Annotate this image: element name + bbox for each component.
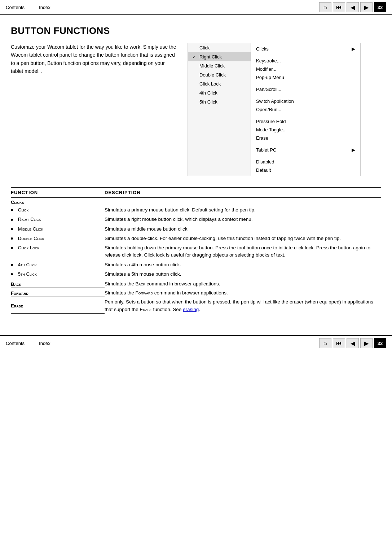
index-link[interactable]: Index xyxy=(39,5,50,10)
row-4th-click: 4th Click Simulates a 4th mouse button c… xyxy=(11,260,381,270)
contents-link[interactable]: Contents xyxy=(6,5,25,10)
panel-right-erase-label: Erase xyxy=(256,135,268,141)
panel-right-popup-menu[interactable]: Pop-up Menu xyxy=(251,73,360,82)
main-content: BUTTON FUNCTIONS Customize your Wacom ta… xyxy=(0,15,392,321)
tablet-pc-arrow-icon: ▶ xyxy=(352,147,355,153)
bullet-icon xyxy=(11,228,13,230)
check-mark: ✓ xyxy=(192,54,197,60)
back-section: Back Simulates the Back command in brows… xyxy=(11,279,381,288)
nav-icons: ⌂ ⏮ ◀ ▶ 32 xyxy=(319,2,386,12)
bottom-page-number: 32 xyxy=(374,338,386,348)
bottom-next-page-button[interactable]: ▶ xyxy=(360,338,373,348)
desc-forward: Simulates the Forward command in browser… xyxy=(105,288,381,297)
next-page-button[interactable]: ▶ xyxy=(360,2,373,12)
bullet-icon xyxy=(11,247,13,249)
panel-right-mode-toggle-label: Mode Toggle... xyxy=(256,127,287,132)
bullet-icon xyxy=(11,219,13,221)
top-navigation: Contents Index ⌂ ⏮ ◀ ▶ 32 xyxy=(0,0,392,15)
panel-divider5 xyxy=(251,142,360,146)
panel-right-pressure-hold-label: Pressure Hold xyxy=(256,119,286,124)
bottom-contents-link[interactable]: Contents xyxy=(6,341,25,346)
check-empty5 xyxy=(192,91,197,96)
func-click: Click xyxy=(11,205,105,215)
forward-smallcap: Forward xyxy=(136,290,153,296)
panel-right-modifier-label: Modifier... xyxy=(256,66,276,72)
desc-4th-click: Simulates a 4th mouse button click. xyxy=(105,260,381,270)
bottom-home-button[interactable]: ⌂ xyxy=(319,338,331,348)
erasing-link[interactable]: erasing xyxy=(183,307,199,312)
panel-right-clicks[interactable]: Clicks ▶ xyxy=(251,45,360,53)
panel-right-pan-scroll[interactable]: Pan/Scroll... xyxy=(251,85,360,93)
func-middle-click: Middle Click xyxy=(11,224,105,234)
panel-item-double-click[interactable]: Double Click xyxy=(188,70,251,79)
panel-item-click-lock[interactable]: Click Lock xyxy=(188,79,251,88)
bottom-nav-icons: ⌂ ⏮ ◀ ▶ 32 xyxy=(319,338,386,348)
row-middle-click: Middle Click Simulates a middle mouse bu… xyxy=(11,224,381,234)
panel-divider1 xyxy=(251,53,360,57)
row-right-click: Right Click Simulates a right mouse butt… xyxy=(11,215,381,224)
panel-right-modifier[interactable]: Modifier... xyxy=(251,65,360,73)
col-description-header: DESCRIPTION xyxy=(105,187,381,198)
bottom-prev-page-button[interactable]: ◀ xyxy=(347,338,359,348)
panel-item-5th-click[interactable]: 5th Click xyxy=(188,97,251,106)
check-empty2 xyxy=(192,64,197,69)
panel-right-erase[interactable]: Erase xyxy=(251,134,360,142)
erase-smallcap: Erase xyxy=(140,307,152,312)
clicks-section-label: Clicks xyxy=(11,198,381,205)
panel-item-click-lock-label: Click Lock xyxy=(199,81,221,87)
panel-right-default[interactable]: Default xyxy=(251,166,360,174)
back-smallcap: Back xyxy=(136,281,145,287)
desc-click: Simulates a primary mouse button click. … xyxy=(105,205,381,215)
back-label: Back xyxy=(11,279,105,288)
prev-page-button[interactable]: ◀ xyxy=(347,2,359,12)
bottom-first-page-button[interactable]: ⏮ xyxy=(333,338,345,348)
bullet-icon xyxy=(11,264,13,266)
forward-label: Forward xyxy=(11,288,105,297)
check-empty3 xyxy=(192,73,197,78)
func-4th-click-label: 4th Click xyxy=(18,262,37,267)
panel-right-default-label: Default xyxy=(256,167,271,173)
panel-left-list: Click ✓ Right Click Middle Click Double … xyxy=(188,43,251,176)
panel-divider2 xyxy=(251,82,360,85)
panel-right-disabled-label: Disabled xyxy=(256,159,274,165)
desc-double-click: Simulates a double-click. For easier dou… xyxy=(105,234,381,243)
panel-right-tablet-pc[interactable]: Tablet PC ▶ xyxy=(251,146,360,154)
home-button[interactable]: ⌂ xyxy=(319,2,331,12)
first-page-button[interactable]: ⏮ xyxy=(333,2,345,12)
bottom-index-link[interactable]: Index xyxy=(39,341,50,346)
panel-item-click-label: Click xyxy=(199,45,210,51)
panel-right-switch-app[interactable]: Switch Application xyxy=(251,97,360,105)
page-number: 32 xyxy=(374,2,386,12)
panel-item-right-click-label: Right Click xyxy=(199,54,222,60)
erase-label: Erase xyxy=(11,297,105,314)
panel-item-4th-click[interactable]: 4th Click xyxy=(188,88,251,97)
clicks-section-header: Clicks xyxy=(11,198,381,205)
panel-right-pressure-hold[interactable]: Pressure Hold xyxy=(251,117,360,126)
content-area: Customize your Wacom tablet for the way … xyxy=(11,43,381,176)
func-click-lock-label: Click Lock xyxy=(18,245,40,250)
bullet-icon xyxy=(11,273,13,275)
check-empty4 xyxy=(192,82,197,87)
panel-right-disabled[interactable]: Disabled xyxy=(251,158,360,166)
desc-middle-click: Simulates a middle mouse button click. xyxy=(105,224,381,234)
panel-divider4 xyxy=(251,114,360,117)
check-empty xyxy=(192,45,197,51)
clicks-arrow-icon: ▶ xyxy=(352,46,355,52)
bottom-nav-links: Contents Index xyxy=(6,341,50,346)
panel-right-pan-scroll-label: Pan/Scroll... xyxy=(256,87,281,92)
func-4th-click: 4th Click xyxy=(11,260,105,270)
panel-right-tablet-pc-label: Tablet PC xyxy=(256,147,276,153)
panel-item-5th-click-label: 5th Click xyxy=(199,99,217,105)
row-double-click: Double Click Simulates a double-click. F… xyxy=(11,234,381,243)
panel-screenshot: Click ✓ Right Click Middle Click Double … xyxy=(188,43,361,176)
panel-right-open-run-label: Open/Run... xyxy=(256,107,281,112)
panel-item-click[interactable]: Click xyxy=(188,43,251,52)
panel-right-open-run[interactable]: Open/Run... xyxy=(251,105,360,114)
panel-right-keystroke[interactable]: Keystroke... xyxy=(251,57,360,65)
desc-right-click: Simulates a right mouse button click, wh… xyxy=(105,215,381,224)
panel-item-right-click[interactable]: ✓ Right Click xyxy=(188,52,251,61)
panel-right-mode-toggle[interactable]: Mode Toggle... xyxy=(251,126,360,134)
col-function-header: FUNCTION xyxy=(11,187,105,198)
panel-item-middle-click[interactable]: Middle Click xyxy=(188,61,251,70)
row-5th-click: 5th Click Simulates a 5th mouse button c… xyxy=(11,270,381,279)
